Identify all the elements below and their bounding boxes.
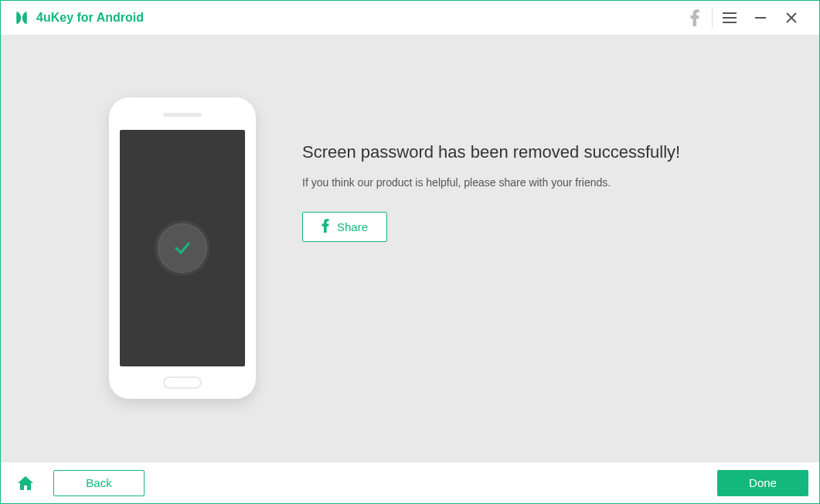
back-button[interactable]: Back	[53, 470, 145, 496]
facebook-share-icon	[322, 219, 329, 235]
main-content: Screen password has been removed success…	[1, 36, 819, 461]
svg-rect-3	[755, 17, 766, 19]
message-panel: Screen password has been removed success…	[302, 97, 680, 242]
home-button[interactable]	[12, 469, 39, 497]
footer-bar: Back Done	[1, 461, 819, 503]
svg-rect-1	[723, 17, 737, 19]
divider	[712, 8, 713, 28]
success-check-circle	[158, 223, 207, 273]
app-title: 4uKey for Android	[36, 11, 144, 25]
share-button-label: Share	[337, 220, 368, 233]
phone-screen	[120, 130, 245, 366]
share-button[interactable]: Share	[302, 212, 387, 242]
menu-icon[interactable]	[714, 1, 745, 35]
app-logo-wrap: 4uKey for Android	[13, 9, 144, 26]
success-subtext: If you think our product is helpful, ple…	[302, 176, 680, 189]
home-icon	[16, 474, 35, 492]
svg-rect-2	[723, 22, 737, 23]
done-button[interactable]: Done	[717, 470, 808, 496]
facebook-icon[interactable]	[679, 1, 710, 35]
app-logo-icon	[13, 9, 30, 26]
title-bar: 4uKey for Android	[1, 1, 819, 36]
window-controls	[679, 1, 807, 35]
close-icon[interactable]	[776, 1, 807, 35]
svg-rect-0	[723, 12, 737, 14]
phone-speaker	[163, 113, 202, 117]
checkmark-icon	[171, 237, 194, 260]
success-heading: Screen password has been removed success…	[302, 142, 680, 162]
phone-home-button	[163, 376, 202, 389]
phone-illustration	[109, 97, 256, 399]
minimize-icon[interactable]	[745, 1, 776, 35]
